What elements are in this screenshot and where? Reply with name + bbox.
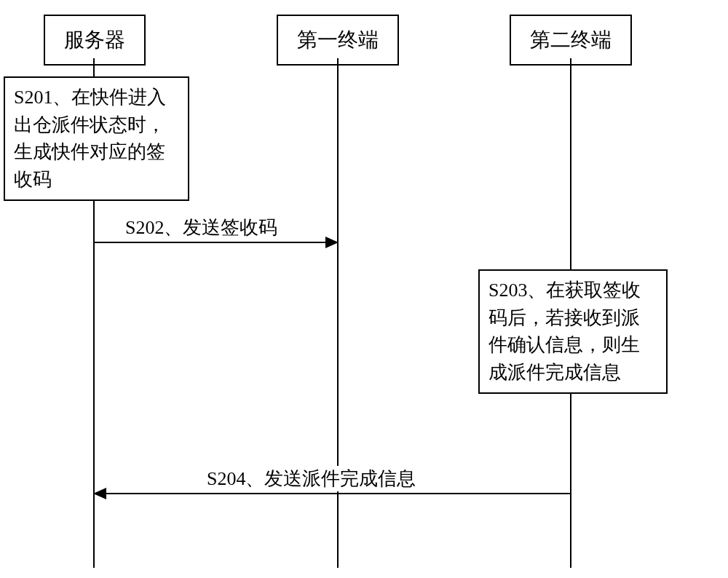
participant-terminal1-label: 第一终端 (297, 28, 379, 51)
participant-server: 服务器 (44, 15, 146, 66)
step-s201-text: S201、在快件进入出仓派件状态时，生成快件对应的签收码 (14, 87, 166, 190)
step-s201-box: S201、在快件进入出仓派件状态时，生成快件对应的签收码 (4, 76, 189, 201)
step-s202-arrow (325, 237, 339, 248)
participant-server-label: 服务器 (64, 28, 125, 51)
step-s203-box: S203、在获取签收码后，若接收到派件确认信息，则生成派件完成信息 (478, 269, 668, 394)
lifeline-terminal1 (337, 58, 339, 568)
step-s203-text: S203、在获取签收码后，若接收到派件确认信息，则生成派件完成信息 (488, 280, 641, 383)
step-s202-label: S202、发送签收码 (122, 215, 280, 240)
sequence-diagram: 服务器 第一终端 第二终端 S201、在快件进入出仓派件状态时，生成快件对应的签… (0, 15, 728, 568)
step-s204-arrow (93, 488, 106, 499)
participant-terminal2-label: 第二终端 (530, 28, 612, 51)
step-s204-line (106, 493, 570, 494)
step-s202-line (95, 242, 326, 243)
step-s204-label: S204、发送派件完成信息 (204, 466, 419, 491)
